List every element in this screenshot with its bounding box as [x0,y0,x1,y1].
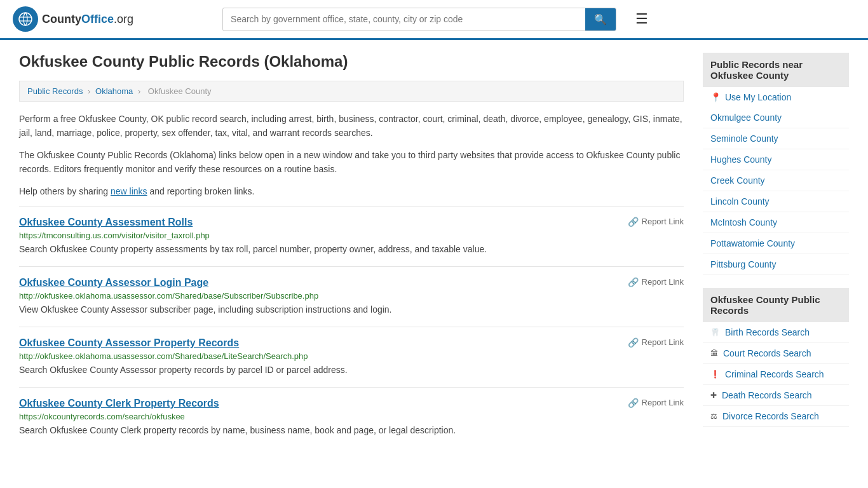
sidebar-record-icon: ❗ [710,370,720,379]
logo[interactable]: CountyOffice.org [13,6,133,32]
record-url[interactable]: https://tmconsulting.us.com/visitor/visi… [19,231,684,240]
record-title[interactable]: Okfuskee County Assessor Login Page [19,277,208,288]
record-url[interactable]: http://okfuskee.oklahoma.usassessor.com/… [19,351,684,361]
report-link-button[interactable]: 🔗 Report Link [628,277,684,287]
record-item: Okfuskee County Assessor Login Page 🔗 Re… [19,266,684,327]
breadcrumb-separator-1: › [88,86,93,96]
sidebar-county-item[interactable]: Lincoln County [703,191,849,212]
sidebar-county-item[interactable]: Hughes County [703,149,849,170]
sidebar-record-icon: 🦷 [710,328,720,337]
sidebar-county-link[interactable]: Okmulgee County [710,112,782,123]
report-link-icon: 🔗 [628,277,639,287]
okfuskee-records-title: Okfuskee County Public Records [703,288,849,322]
search-input[interactable] [223,9,585,29]
sidebar-county-item[interactable]: Seminole County [703,128,849,149]
report-link-label: Report Link [642,217,684,226]
sidebar-record-icon: 🏛 [710,349,718,358]
svg-point-0 [19,13,32,25]
sidebar-record-icon: ✚ [710,391,717,400]
sidebar-record-link-item[interactable]: 🏛 Court Records Search [703,343,849,364]
sidebar-record-link[interactable]: Death Records Search [722,390,812,400]
sidebar-county-item[interactable]: Creek County [703,170,849,191]
report-link-button[interactable]: 🔗 Report Link [628,398,684,408]
record-item: Okfuskee County Clerk Property Records 🔗… [19,387,684,447]
sidebar-record-link[interactable]: Birth Records Search [725,327,810,337]
sidebar-county-link[interactable]: McIntosh County [710,217,777,227]
use-location-link[interactable]: Use My Location [725,92,791,102]
record-item-header: Okfuskee County Assessor Property Record… [19,337,684,349]
sidebar-county-link[interactable]: Seminole County [710,133,778,144]
sidebar-county-item[interactable]: Okmulgee County [703,107,849,128]
sidebar-record-link[interactable]: Court Records Search [723,348,811,358]
record-url[interactable]: https://okcountyrecords.com/search/okfus… [19,412,684,421]
report-link-icon: 🔗 [628,217,639,227]
sidebar-record-icon: ⚖ [710,412,717,421]
sidebar-county-link[interactable]: Lincoln County [710,196,770,207]
hamburger-icon: ☰ [635,11,648,27]
search-button[interactable]: 🔍 [585,8,616,30]
report-link-label: Report Link [642,277,684,287]
records-links-list: 🦷 Birth Records Search 🏛 Court Records S… [703,322,849,427]
record-item-header: Okfuskee County Assessment Rolls 🔗 Repor… [19,217,684,228]
header: CountyOffice.org 🔍 ☰ [0,0,868,40]
sidebar-county-link[interactable]: Pittsburg County [710,259,776,269]
report-link-icon: 🔗 [628,337,639,348]
sidebar-record-link-item[interactable]: ⚖ Divorce Records Search [703,406,849,427]
record-description: Search Okfuskee County property assessme… [19,243,684,256]
sidebar-record-link-item[interactable]: 🦷 Birth Records Search [703,322,849,343]
record-description: Search Okfuskee County Clerk property re… [19,424,684,437]
nearby-counties-list: Okmulgee CountySeminole CountyHughes Cou… [703,107,849,275]
record-title[interactable]: Okfuskee County Assessor Property Record… [19,337,239,349]
records-list: Okfuskee County Assessment Rolls 🔗 Repor… [19,206,684,447]
description-3: Help others by sharing new links and rep… [19,184,684,198]
record-url[interactable]: http://okfuskee.oklahoma.usassessor.com/… [19,291,684,301]
record-title[interactable]: Okfuskee County Assessment Rolls [19,217,193,228]
description-3-pre: Help others by sharing [19,186,111,196]
nearby-counties-title: Public Records near Okfuskee County [703,53,849,87]
sidebar-record-link-item[interactable]: ✚ Death Records Search [703,385,849,406]
record-item: Okfuskee County Assessment Rolls 🔗 Repor… [19,206,684,266]
page-container: Okfuskee County Public Records (Oklahoma… [0,40,868,460]
record-item-header: Okfuskee County Assessor Login Page 🔗 Re… [19,277,684,288]
record-description: View Okfuskee County Assessor subscriber… [19,303,684,316]
description-1: Perform a free Okfuskee County, OK publi… [19,112,684,140]
sidebar-county-item[interactable]: Pottawatomie County [703,233,849,254]
search-bar: 🔍 [222,8,616,31]
okfuskee-records-section: Okfuskee County Public Records 🦷 Birth R… [703,288,849,427]
hamburger-menu-button[interactable]: ☰ [635,11,648,27]
sidebar-record-link-item[interactable]: ❗ Criminal Records Search [703,364,849,385]
record-description: Search Okfuskee County Assessor property… [19,363,684,377]
logo-text: CountyOffice.org [42,13,133,26]
sidebar-record-link[interactable]: Criminal Records Search [725,369,824,379]
breadcrumb-oklahoma[interactable]: Oklahoma [95,86,133,96]
record-item-header: Okfuskee County Clerk Property Records 🔗… [19,398,684,409]
sidebar: Public Records near Okfuskee County 📍 Us… [703,53,849,447]
nearby-counties-section: Public Records near Okfuskee County 📍 Us… [703,53,849,275]
logo-icon [13,6,38,32]
sidebar-county-item[interactable]: Pittsburg County [703,254,849,275]
sidebar-county-link[interactable]: Creek County [710,175,765,186]
report-link-button[interactable]: 🔗 Report Link [628,337,684,348]
sidebar-county-item[interactable]: McIntosh County [703,212,849,233]
record-item: Okfuskee County Assessor Property Record… [19,327,684,387]
search-icon: 🔍 [594,14,607,25]
description-3-post: and reporting broken links. [147,186,255,196]
use-my-location[interactable]: 📍 Use My Location [703,87,849,107]
breadcrumb: Public Records › Oklahoma › Okfuskee Cou… [19,81,684,102]
breadcrumb-current: Okfuskee County [148,86,212,96]
sidebar-county-link[interactable]: Hughes County [710,154,772,165]
page-title: Okfuskee County Public Records (Oklahoma… [19,53,684,71]
sidebar-record-link[interactable]: Divorce Records Search [722,411,819,421]
new-links-link[interactable]: new links [111,186,147,196]
report-link-button[interactable]: 🔗 Report Link [628,217,684,227]
breadcrumb-public-records[interactable]: Public Records [27,86,83,96]
record-title[interactable]: Okfuskee County Clerk Property Records [19,398,219,409]
report-link-label: Report Link [642,398,684,407]
sidebar-county-link[interactable]: Pottawatomie County [710,238,795,248]
description-2: The Okfuskee County Public Records (Okla… [19,148,684,177]
report-link-label: Report Link [642,337,684,347]
location-pin-icon: 📍 [710,92,721,102]
breadcrumb-separator-2: › [138,86,143,96]
report-link-icon: 🔗 [628,398,639,408]
main-content: Okfuskee County Public Records (Oklahoma… [19,53,684,447]
